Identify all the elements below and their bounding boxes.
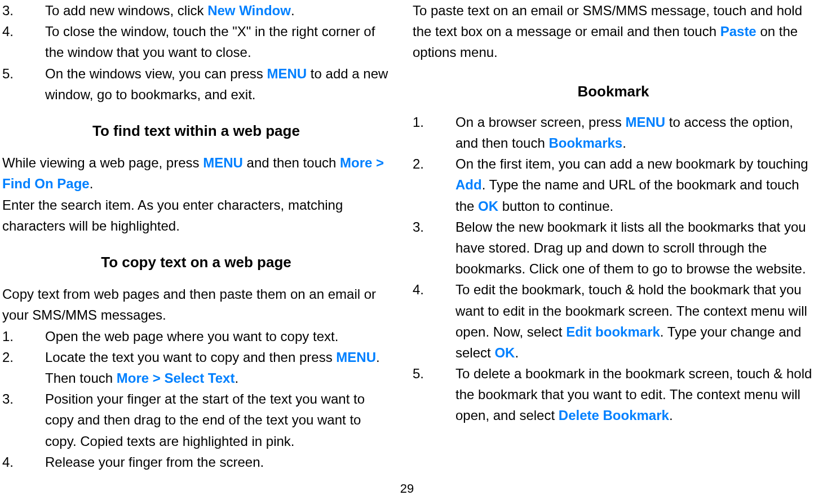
list-number: 3. [413, 216, 455, 280]
text-run: MENU [336, 350, 376, 365]
copy-list: 1.Open the web page where you want to co… [2, 326, 390, 472]
text-run: Enter the search item. As you enter char… [2, 197, 343, 233]
text-run: . [291, 3, 295, 18]
list-item: 2.Locate the text you want to copy and t… [2, 347, 390, 388]
list-item: 4.Release your finger from the screen. [2, 452, 390, 472]
text-run: MENU [203, 155, 243, 170]
windows-list: 3.To add new windows, click New Window.4… [2, 0, 390, 105]
text-run: To add new windows, click [45, 3, 207, 18]
text-run: . [622, 135, 626, 151]
list-body: Below the new bookmark it lists all the … [455, 216, 814, 280]
list-number: 4. [2, 452, 45, 472]
text-run: OK [478, 198, 498, 214]
find-paragraph-2: Enter the search item. As you enter char… [2, 194, 390, 236]
list-number: 1. [413, 112, 455, 153]
list-number: 5. [413, 363, 455, 426]
text-run: and then touch [243, 155, 340, 170]
list-body: To add new windows, click New Window. [45, 0, 390, 21]
text-run: On the windows view, you can press [45, 66, 267, 81]
text-run: On the first item, you can add a new boo… [455, 156, 808, 171]
list-item: 3.To add new windows, click New Window. [2, 0, 390, 21]
text-run: To close the window, touch the "X" in th… [45, 24, 375, 60]
left-column: 3.To add new windows, click New Window.4… [0, 0, 407, 468]
list-item: 4.To edit the bookmark, touch & hold the… [413, 279, 814, 363]
text-run: On a browser screen, press [455, 114, 625, 130]
list-body: On the first item, you can add a new boo… [455, 153, 814, 216]
list-number: 1. [2, 326, 45, 347]
list-number: 5. [2, 63, 45, 105]
heading-copy-text: To copy text on a web page [2, 251, 390, 273]
text-run: . [90, 176, 94, 191]
text-run: button to continue. [498, 198, 613, 214]
text-run: Open the web page where you want to copy… [45, 329, 338, 344]
list-item: 1.On a browser screen, press MENU to acc… [413, 112, 814, 153]
text-run: MENU [625, 114, 665, 130]
list-body: To delete a bookmark in the bookmark scr… [455, 363, 814, 426]
list-number: 2. [2, 347, 45, 388]
text-run: Bookmarks [548, 135, 622, 151]
list-item: 2.On the first item, you can add a new b… [413, 153, 814, 216]
list-number: 3. [2, 0, 45, 21]
right-column: To paste text on an email or SMS/MMS mes… [407, 0, 814, 468]
list-number: 4. [413, 279, 455, 363]
list-body: To edit the bookmark, touch & hold the b… [455, 279, 814, 363]
text-run: Locate the text you want to copy and the… [45, 350, 336, 365]
text-run: . [235, 370, 238, 386]
list-item: 5.To delete a bookmark in the bookmark s… [413, 363, 814, 426]
list-body: Position your finger at the start of the… [45, 388, 390, 452]
list-number: 2. [413, 153, 455, 216]
list-body: On a browser screen, press MENU to acces… [455, 112, 814, 153]
text-run: More > Select Text [117, 370, 235, 386]
text-run: Position your finger at the start of the… [45, 391, 365, 448]
text-run: OK [494, 345, 515, 360]
text-run: . [515, 345, 519, 360]
list-item: 1.Open the web page where you want to co… [2, 326, 390, 347]
text-run: Copy text from web pages and then paste … [2, 286, 376, 322]
list-body: Open the web page where you want to copy… [45, 326, 390, 347]
copy-intro: Copy text from web pages and then paste … [2, 284, 390, 325]
text-run: Below the new bookmark it lists all the … [455, 219, 806, 276]
list-body: To close the window, touch the "X" in th… [45, 21, 390, 63]
text-run: Release your finger from the screen. [45, 454, 264, 470]
list-number: 3. [2, 388, 45, 452]
list-body: Locate the text you want to copy and the… [45, 347, 390, 388]
text-run: Add [455, 177, 482, 192]
text-run: MENU [267, 66, 307, 81]
heading-find-text: To find text within a web page [2, 120, 390, 142]
page-number: 29 [0, 479, 814, 498]
list-item: 3.Position your finger at the start of t… [2, 388, 390, 452]
text-run: While viewing a web page, press [2, 155, 203, 170]
bookmark-list: 1.On a browser screen, press MENU to acc… [413, 112, 814, 426]
page-columns: 3.To add new windows, click New Window.4… [0, 0, 814, 468]
heading-bookmark: Bookmark [413, 80, 814, 103]
list-item: 4.To close the window, touch the "X" in … [2, 21, 390, 63]
text-run: . [669, 408, 673, 423]
paste-paragraph: To paste text on an email or SMS/MMS mes… [413, 0, 814, 63]
find-paragraph-1: While viewing a web page, press MENU and… [2, 152, 390, 194]
text-run: Paste [720, 24, 757, 39]
list-item: 3.Below the new bookmark it lists all th… [413, 216, 814, 280]
list-body: Release your finger from the screen. [45, 452, 390, 472]
text-run: Delete Bookmark [559, 408, 669, 423]
list-body: On the windows view, you can press MENU … [45, 63, 390, 105]
text-run: Edit bookmark [566, 324, 660, 339]
text-run: New Window [207, 3, 291, 18]
list-item: 5.On the windows view, you can press MEN… [2, 63, 390, 105]
list-number: 4. [2, 21, 45, 63]
